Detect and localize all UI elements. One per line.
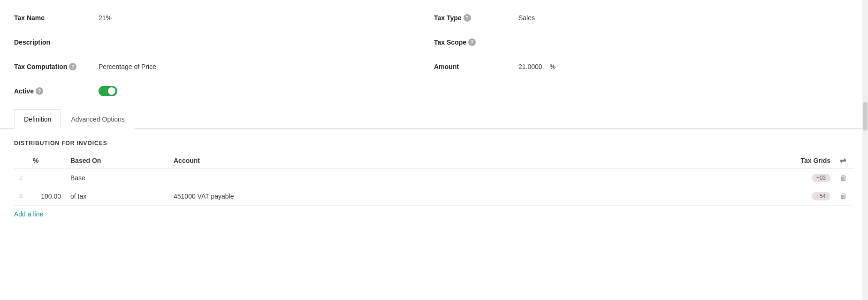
basedon-cell-2[interactable]: of tax [66, 187, 169, 206]
drag-cell-1: ⠿ [14, 169, 28, 187]
amount-value[interactable]: 21.0000 [518, 63, 542, 70]
tax-computation-label: Tax Computation ? [14, 63, 99, 70]
tabs: Definition Advanced Options [14, 109, 854, 128]
table-row: ⠿ Base +03 🗑 [14, 169, 854, 187]
account-cell-1 [169, 169, 333, 187]
tax-type-value[interactable]: Sales [518, 14, 535, 22]
basedon-cell-1[interactable]: Base [66, 169, 169, 187]
tax-type-row: Tax Type ? Sales [434, 9, 854, 26]
form-left: Tax Name 21% Description Tax Computation… [14, 9, 434, 100]
active-row: Active ? [14, 83, 434, 100]
content-area: DISTRIBUTION FOR INVOICES % Based On Acc… [0, 129, 868, 234]
taxgrids-cell-1: +03 [333, 169, 835, 187]
active-help-icon[interactable]: ? [36, 87, 43, 95]
add-line-button[interactable]: Add a line [14, 206, 43, 223]
taxgrids-cell-2: +54 [333, 187, 835, 206]
taxgrid-badge-1[interactable]: +03 [812, 174, 830, 182]
form-right: Tax Type ? Sales Tax Scope ? Amount 21.0… [434, 9, 854, 100]
tax-computation-row: Tax Computation ? Percentage of Price [14, 58, 434, 75]
delete-cell-1: 🗑 [835, 169, 854, 187]
amount-label: Amount [434, 63, 518, 70]
drag-handle-2[interactable]: ⠿ [19, 193, 23, 200]
distribution-table: % Based On Account Tax Grids ⇌ ⠿ Base +0… [14, 152, 854, 206]
distribution-invoices-title: DISTRIBUTION FOR INVOICES [14, 140, 854, 146]
tabs-container: Definition Advanced Options [0, 109, 868, 129]
delete-icon-2[interactable]: 🗑 [840, 192, 847, 200]
form-section: Tax Name 21% Description Tax Computation… [0, 0, 868, 104]
amount-row: Amount 21.0000 % [434, 58, 854, 75]
tax-name-row: Tax Name 21% [14, 9, 434, 26]
tax-name-label: Tax Name [14, 14, 99, 22]
percent-cell-2[interactable]: 100.00 [28, 187, 66, 206]
active-label: Active ? [14, 87, 99, 95]
scrollbar-thumb[interactable] [863, 102, 868, 131]
tab-advanced-options[interactable]: Advanced Options [61, 109, 134, 129]
account-cell-2[interactable]: 451000 VAT payable [169, 187, 333, 206]
scrollbar [862, 0, 868, 300]
th-filter: ⇌ [835, 152, 854, 169]
tax-scope-help-icon[interactable]: ? [468, 38, 476, 46]
tab-definition[interactable]: Definition [14, 109, 61, 129]
percent-cell-1 [28, 169, 66, 187]
tax-scope-row: Tax Scope ? [434, 34, 854, 51]
th-basedon: Based On [66, 152, 169, 169]
description-label: Description [14, 38, 99, 46]
tax-computation-help-icon[interactable]: ? [69, 63, 76, 70]
th-percent: % [28, 152, 66, 169]
amount-value-row: 21.0000 % [518, 63, 556, 70]
th-taxgrids: Tax Grids [333, 152, 835, 169]
th-drag [14, 152, 28, 169]
delete-icon-1[interactable]: 🗑 [840, 174, 847, 182]
amount-unit: % [550, 63, 556, 70]
table-row: ⠿ 100.00 of tax 451000 VAT payable +54 🗑 [14, 187, 854, 206]
active-toggle-wrapper [99, 86, 117, 96]
th-account: Account [169, 152, 333, 169]
tax-type-help-icon[interactable]: ? [464, 14, 471, 22]
drag-cell-2: ⠿ [14, 187, 28, 206]
delete-cell-2: 🗑 [835, 187, 854, 206]
table-header-row: % Based On Account Tax Grids ⇌ [14, 152, 854, 169]
taxgrid-badge-2[interactable]: +54 [812, 192, 830, 200]
description-row: Description [14, 34, 434, 51]
active-toggle[interactable] [99, 86, 117, 96]
tax-computation-value[interactable]: Percentage of Price [99, 63, 156, 70]
filter-icon[interactable]: ⇌ [840, 156, 846, 164]
tax-type-label: Tax Type ? [434, 14, 518, 22]
tax-scope-label: Tax Scope ? [434, 38, 518, 46]
tax-name-value[interactable]: 21% [99, 14, 112, 22]
drag-handle-1[interactable]: ⠿ [19, 175, 23, 182]
form-grid: Tax Name 21% Description Tax Computation… [14, 9, 854, 100]
